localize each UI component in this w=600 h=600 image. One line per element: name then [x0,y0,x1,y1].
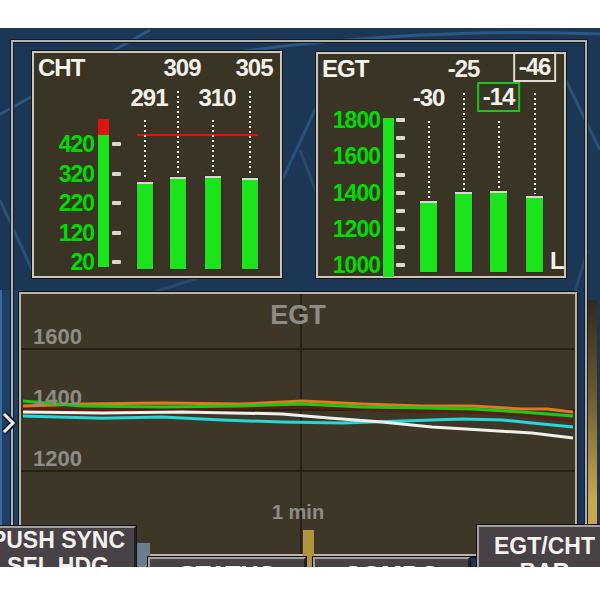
egt-peak-stem [463,93,465,190]
egt-peak-stem [534,93,536,194]
combo-button[interactable]: COMBO [313,557,470,567]
egt-scale-label: 1400 [318,179,380,206]
cht-scale-label: 420 [34,131,94,158]
egt-scale-tick [396,173,405,177]
softkey-label-line: STATUS [150,561,304,567]
cht-peak-stem [249,91,251,176]
cht-cylinder-value: 310 [198,84,235,112]
cht-peak-stem [177,91,179,175]
cht-scale-tick [112,172,121,176]
cht-cylinder-value: 305 [235,54,272,82]
egt-scale-label: 1200 [318,215,380,242]
egt-scale-tick [396,263,405,267]
cht-cylinder-bar [205,176,221,269]
cht-cylinder-value: 291 [130,84,167,112]
time-scale-label: 1 min [272,501,324,524]
cht-scale-tick [112,142,121,146]
cht-scale-tick [112,231,121,235]
chart-y-axis-label: 1200 [33,446,82,472]
cht-panel-title: CHT [38,54,84,82]
softkey-label-line: PUSH SYNC [0,528,134,554]
chart-title: EGT [21,300,575,331]
cht-scale-tick [112,201,121,205]
chart-y-axis-label: 1600 [33,324,82,350]
cht-redline [137,134,258,136]
egt-panel-title: EGT [322,55,368,83]
egt-scale-label: 1000 [318,252,380,279]
cht-bargraph-panel: CHT 42032022012020291309310305 [32,51,282,278]
cht-scale-green-zone [98,135,109,267]
egt-bargraph-panel: EGT L 18001600140012001000-30-25-14-46 [316,52,566,278]
egt-scale-tick [396,191,405,195]
egt-peak-stem [498,121,500,189]
egt-scale-tick [396,136,405,140]
softkey-label-line: EGT/CHT [479,534,600,560]
egt-scale-bar [383,118,394,277]
egt-scale-tick [396,245,405,249]
chart-y-axis-label: 1400 [33,385,82,411]
cht-cylinder-value: 309 [163,54,200,82]
softkey-label-line: BAR [479,560,600,567]
softkey-label-line: SEL HDG [0,554,134,567]
cht-peak-stem [144,120,146,180]
egt-scale-label: 1600 [318,143,380,170]
egt-scale-tick [396,118,405,122]
cht-scale-label: 20 [34,249,94,276]
lean-mode-indicator: L [550,247,565,275]
egt-trend-chart: EGT 160014001200 1 min [19,292,577,556]
mfd-screenshot: CHT 42032022012020291309310305 EGT L 180… [0,0,600,600]
cht-peak-stem [212,120,214,174]
cht-cylinder-bar [137,182,153,269]
egt-scale-label: 1800 [318,107,380,134]
cht-scale-red-zone [98,119,109,135]
cht-scale-label: 120 [34,219,94,246]
egt-cylinder-value: -30 [413,84,445,112]
cht-scale-tick [112,260,121,264]
cht-scale-label: 220 [34,190,94,217]
egt-cht-bar-button[interactable]: EGT/CHT BAR [477,525,600,567]
egt-scale-tick [396,154,405,158]
status-button[interactable]: STATUS [148,557,306,567]
egt-cylinder-bar [526,196,543,272]
softkey-label-line: COMBO [315,561,468,567]
egt-cylinder-value-box-green: -14 [477,82,521,112]
egt-cylinder-value: -25 [448,55,480,83]
egt-scale-tick [396,209,405,213]
trend-line-egt-cyl-white [23,412,573,438]
egt-cylinder-bar [455,192,472,272]
egt-peak-stem [428,121,430,199]
egt-cylinder-bar [490,191,507,272]
egt-cylinder-value-box-white: -46 [513,52,557,82]
push-sync-sel-hdg-button[interactable]: PUSH SYNC SEL HDG [0,526,136,567]
cht-scale-bar [98,119,109,267]
cht-cylinder-bar [242,178,258,269]
cht-cylinder-bar [170,177,186,269]
cht-scale-label: 320 [34,160,94,187]
engine-monitor-screen: CHT 42032022012020291309310305 EGT L 180… [0,28,600,567]
trend-line-egt-cyl-cyan [23,416,573,427]
egt-scale-green-zone [383,118,394,277]
egt-scale-tick [396,227,405,231]
egt-cylinder-bar [420,201,437,272]
heading-pointer-icon [1,411,17,435]
